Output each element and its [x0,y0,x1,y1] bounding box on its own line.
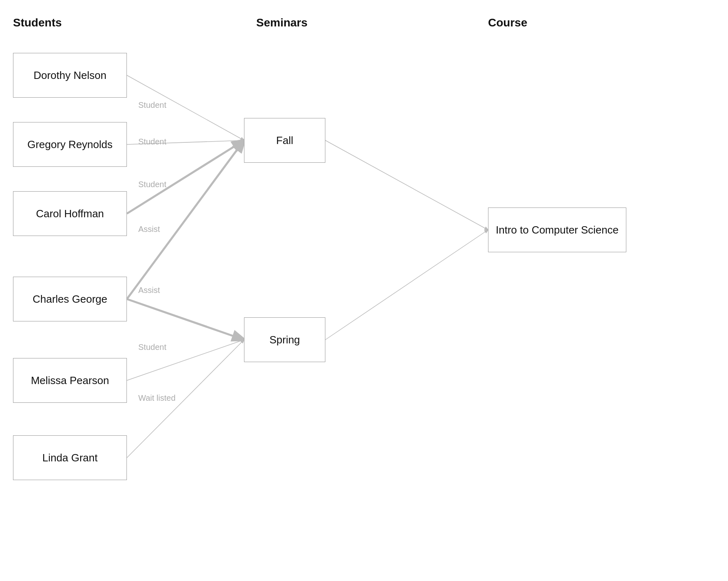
seminar-node-spring: Spring [244,317,325,362]
edge-label-gregory-fall: Student [138,137,166,146]
course-node-intro-cs: Intro to Computer Science [488,208,626,252]
edge-label-charles-spring: Assist [138,286,160,295]
edge-label-charles-fall: Assist [138,225,160,234]
student-node-dorothy: Dorothy Nelson [13,53,127,98]
student-node-gregory: Gregory Reynolds [13,122,127,167]
course-header: Course [488,16,527,29]
student-node-charles: Charles George [13,277,127,321]
svg-line-3 [127,140,244,299]
students-header: Students [13,16,62,29]
student-node-linda: Linda Grant [13,435,127,480]
svg-line-8 [325,230,488,340]
svg-line-2 [127,140,244,214]
student-node-carol: Carol Hoffman [13,191,127,236]
svg-line-7 [325,140,488,230]
edge-label-linda-spring: Wait listed [138,393,176,403]
seminar-node-fall: Fall [244,118,325,163]
seminars-header: Seminars [256,16,307,29]
edge-label-melissa-spring: Student [138,343,166,352]
edge-label-dorothy-fall: Student [138,100,166,110]
edge-label-carol-fall: Student [138,180,166,189]
student-node-melissa: Melissa Pearson [13,358,127,403]
svg-line-4 [127,299,244,340]
